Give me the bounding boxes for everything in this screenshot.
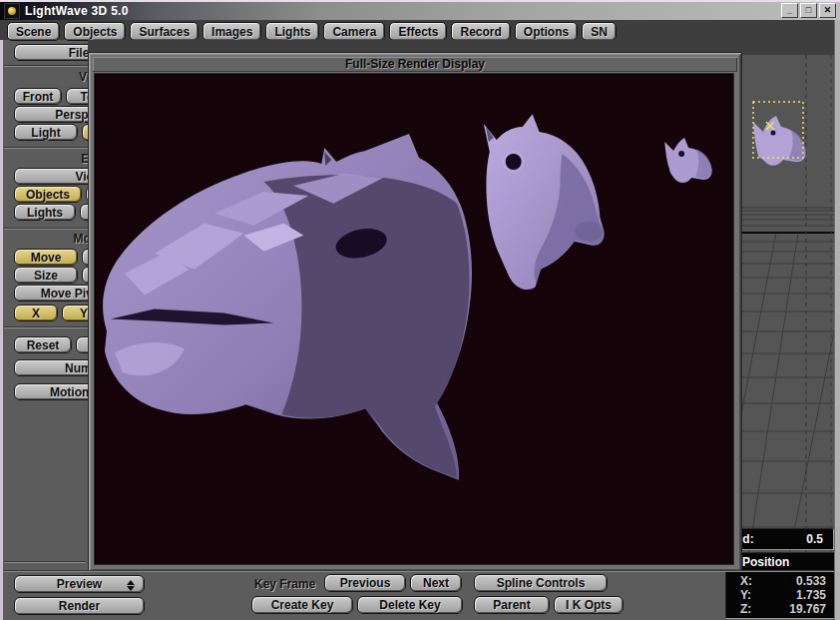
- render-window-titlebar[interactable]: Full-Size Render Display: [93, 57, 737, 72]
- menu-item-scene[interactable]: Scene: [7, 22, 60, 41]
- lightwave-app: LightWave 3D 5.0 _ □ ✕ Scene Objects Sur…: [0, 0, 840, 620]
- menu-item-surfaces[interactable]: Surfaces: [130, 22, 199, 41]
- spline-controls-button[interactable]: Spline Controls: [474, 574, 608, 592]
- render-display-window: Full-Size Render Display: [88, 52, 742, 572]
- menu-item-lights[interactable]: Lights: [265, 22, 319, 41]
- position-z-value: 19.767: [789, 602, 826, 616]
- render-button[interactable]: Render: [14, 597, 145, 615]
- ik-options-button[interactable]: I K Opts: [554, 596, 624, 614]
- reset-button[interactable]: Reset: [14, 336, 72, 353]
- mouse-size-button[interactable]: Size: [14, 267, 78, 284]
- position-x-row: X:0.533: [726, 574, 834, 587]
- previous-key-button[interactable]: Previous: [324, 574, 406, 592]
- view-front-button[interactable]: Front: [14, 88, 62, 105]
- axis-x-button[interactable]: X: [14, 305, 58, 321]
- menu-item-objects[interactable]: Objects: [64, 22, 126, 41]
- horse-head-small: [664, 138, 711, 183]
- lightwave-logo-icon: [4, 3, 20, 19]
- window-left-border: [0, 40, 3, 620]
- mouse-move-button[interactable]: Move: [14, 249, 78, 266]
- divider: [0, 570, 840, 571]
- rendered-horse-heads: [95, 74, 733, 564]
- menu-item-options[interactable]: Options: [515, 22, 578, 41]
- edit-lights-button[interactable]: Lights: [14, 204, 76, 221]
- preview-popup-button[interactable]: Preview: [14, 575, 145, 593]
- menu-item-record[interactable]: Record: [451, 22, 510, 41]
- next-key-button[interactable]: Next: [410, 574, 462, 592]
- view-light-button[interactable]: Light: [14, 124, 78, 141]
- menu-item-effects[interactable]: Effects: [389, 22, 447, 41]
- menu-item-sn[interactable]: SN: [582, 22, 617, 41]
- maximize-icon[interactable]: □: [800, 3, 817, 18]
- menu-item-camera[interactable]: Camera: [323, 22, 385, 41]
- app-titlebar[interactable]: LightWave 3D 5.0 _ □ ✕: [0, 2, 840, 20]
- grid-value: 0.5: [806, 532, 823, 546]
- position-z-row: Z:19.767: [726, 602, 834, 615]
- delete-key-button[interactable]: Delete Key: [357, 596, 463, 614]
- main-menubar: Scene Objects Surfaces Images Lights Cam…: [0, 20, 840, 40]
- parent-button[interactable]: Parent: [474, 596, 550, 614]
- horse-head-medium: [484, 114, 605, 290]
- minimize-icon[interactable]: _: [781, 3, 798, 18]
- popup-arrows-icon: [127, 580, 135, 591]
- render-image: [95, 74, 733, 564]
- edit-objects-button[interactable]: Objects: [14, 186, 82, 203]
- position-y-value: 1.735: [796, 588, 826, 602]
- app-title: LightWave 3D 5.0: [25, 4, 129, 18]
- divider: [4, 561, 86, 562]
- position-x-value: 0.533: [796, 574, 826, 588]
- window-right-border: [834, 20, 840, 620]
- close-icon[interactable]: ✕: [819, 3, 836, 18]
- preview-label: Preview: [57, 577, 102, 591]
- create-key-button[interactable]: Create Key: [251, 596, 353, 614]
- menu-item-images[interactable]: Images: [203, 22, 261, 41]
- keyframe-label: Key Frame: [254, 577, 315, 591]
- horse-head-large: [103, 134, 472, 480]
- position-title: Position: [742, 555, 789, 569]
- position-y-row: Y:1.735: [726, 588, 834, 601]
